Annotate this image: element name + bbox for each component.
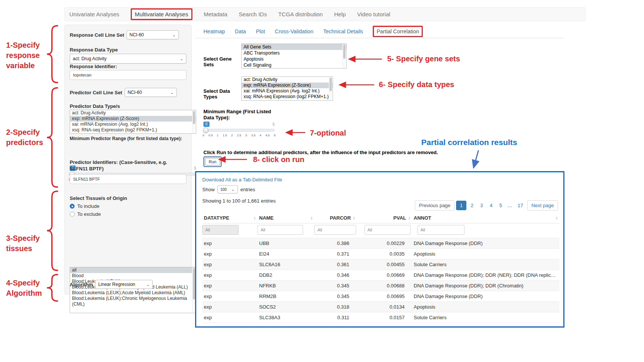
- run-button[interactable]: Run: [205, 158, 220, 165]
- response-identifier-label: Response Identifier:: [70, 64, 117, 69]
- predictor-cell-line-set-select[interactable]: NCI-60 ⌄: [125, 88, 177, 97]
- show-entries-row: Show 100 ⌄ entries: [202, 185, 557, 193]
- annotation-step5: 5- Specify gene sets: [387, 54, 460, 64]
- cell-pval: 0.00669: [357, 270, 412, 281]
- table-row[interactable]: exp NFRKB 0.345 0.00688 DNA Damage Respo…: [202, 281, 560, 291]
- scrollbar-thumb[interactable]: [330, 78, 332, 91]
- annotation-results-label: Partial correlation results: [421, 138, 517, 147]
- col-header-datatype[interactable]: DATATYPE▲▼: [202, 213, 258, 223]
- cell-pval: 0.0157: [357, 312, 412, 323]
- response-identifier-input[interactable]: [70, 70, 186, 80]
- cell-datatype: exp: [202, 281, 258, 291]
- sort-icon[interactable]: ▲▼: [353, 216, 355, 220]
- scrollbar[interactable]: [329, 77, 332, 100]
- response-data-type-select[interactable]: act: Drug Activity ⌄: [70, 54, 186, 64]
- table-row[interactable]: exp SLC6A16 0.361 0.00455 Solute Carrier…: [202, 259, 560, 270]
- show-entries-select[interactable]: 100 ⌄: [217, 185, 238, 193]
- list-option[interactable]: xai: mRNA Expression (Avg. log2 Int.): [70, 122, 196, 127]
- list-option-selected[interactable]: exp: mRNA Expression (Z-Score): [242, 83, 333, 88]
- cell-parcor: 0.386: [314, 238, 357, 249]
- list-option[interactable]: xai: mRNA Expression (Avg. log2 Int.): [242, 88, 333, 94]
- tissue-exclude-radio[interactable]: To exclude: [70, 211, 186, 217]
- col-header-name[interactable]: NAME▲▼: [258, 213, 314, 223]
- list-option-selected[interactable]: all: [70, 267, 196, 273]
- filter-parcor-input[interactable]: [314, 225, 356, 235]
- scrollbar-thumb[interactable]: [343, 45, 345, 59]
- page-button-3[interactable]: 3: [478, 201, 486, 210]
- radio-checked-icon[interactable]: [70, 204, 75, 209]
- sort-icon[interactable]: ▲▼: [555, 216, 558, 220]
- filter-name-input[interactable]: [258, 225, 303, 235]
- response-cell-line-set-value: NCI-60: [130, 32, 144, 37]
- list-option[interactable]: act: Drug Activity: [242, 77, 333, 83]
- pagination: Previous page 1 2 3 4 5 … 17 Next page: [415, 200, 558, 211]
- list-option[interactable]: Cell Signaling: [242, 62, 346, 68]
- list-option[interactable]: Apoptosis: [242, 56, 346, 62]
- filter-pval-input[interactable]: [364, 225, 411, 235]
- predictor-data-types-label: Predictor Data Type/s: [70, 103, 120, 109]
- list-option[interactable]: xsq: RNA-seq Expression (log2 FPKM+1.): [70, 127, 196, 133]
- page-button-4[interactable]: 4: [487, 201, 495, 210]
- top-nav: Univariate Analyses Multivariate Analyse…: [64, 7, 586, 21]
- list-option[interactable]: act: Drug Activity: [70, 110, 196, 116]
- col-header-pval[interactable]: PVAL▲▼: [357, 213, 412, 223]
- nav-search-ids[interactable]: Search IDs: [239, 11, 267, 17]
- nav-metadata[interactable]: Metadata: [204, 11, 228, 17]
- filter-annot-input[interactable]: [417, 225, 464, 235]
- table-row[interactable]: exp UBB 0.386 0.00229 DNA Damage Respons…: [202, 238, 560, 249]
- list-option[interactable]: Blood:Leukemia (LEUK):Chronic Myelogenou…: [70, 296, 196, 307]
- predictor-identifiers-input[interactable]: [70, 174, 186, 184]
- page-button-1[interactable]: 1: [456, 201, 466, 210]
- sort-icon[interactable]: ▲▼: [408, 216, 411, 220]
- table-row[interactable]: exp SOCS2 0.318 0.0134 Apoptosis: [202, 302, 560, 312]
- table-row[interactable]: exp RRM2B 0.345 0.00695 DNA Damage Respo…: [202, 291, 560, 302]
- tab-plot[interactable]: Plot: [256, 28, 265, 34]
- page-button-2[interactable]: 2: [468, 201, 476, 210]
- list-option-selected[interactable]: exp: mRNA Expression (Z-Score): [70, 116, 196, 122]
- cell-name: DDB2: [258, 270, 314, 281]
- cell-pval: 0.00455: [357, 259, 412, 270]
- scrollbar[interactable]: [342, 44, 346, 68]
- filter-datatype-input[interactable]: [202, 225, 239, 235]
- next-page-button[interactable]: Next page: [527, 200, 558, 211]
- tab-heatmap[interactable]: Heatmap: [203, 28, 225, 34]
- sort-icon[interactable]: ▲▼: [310, 216, 313, 220]
- annotation-step7: 7-optional: [310, 128, 346, 138]
- tab-technical-details[interactable]: Technical Details: [323, 28, 363, 34]
- slider-track[interactable]: [203, 129, 275, 132]
- list-option[interactable]: Blood: [70, 273, 196, 279]
- table-row[interactable]: exp SLC38A3 0.311 0.0157 Solute Carriers: [202, 312, 560, 323]
- response-cell-line-set-select[interactable]: NCI-60 ⌄: [127, 30, 179, 39]
- radio-unchecked-icon[interactable]: [70, 212, 75, 217]
- page-button-5[interactable]: 5: [497, 201, 505, 210]
- predictor-cell-line-set-label: Predictor Cell Line Set: [70, 90, 122, 95]
- run-highlight-box: Run: [203, 156, 222, 167]
- download-all-link[interactable]: Download All as a Tab-Delimited File: [202, 177, 282, 183]
- nav-video-tutorial[interactable]: Video tutorial: [357, 11, 390, 17]
- scrollbar-thumb[interactable]: [193, 111, 195, 124]
- list-option[interactable]: Blood:Leukemia (LEUK):Acute Myeloid Leuk…: [70, 290, 196, 296]
- nav-tcga-distribution[interactable]: TCGA distribution: [278, 11, 323, 17]
- cell-datatype: exp: [202, 302, 258, 312]
- table-row[interactable]: exp DDB2 0.346 0.00669 DNA Damage Respon…: [202, 270, 560, 281]
- previous-page-button[interactable]: Previous page: [415, 200, 455, 211]
- table-row[interactable]: exp EI24 0.371 0.0035 Apoptosis: [202, 249, 560, 259]
- scrollbar[interactable]: [192, 111, 195, 133]
- tab-data[interactable]: Data: [235, 28, 246, 34]
- col-header-annot[interactable]: ANNOT▲▼: [412, 213, 560, 223]
- nav-multivariate-analyses[interactable]: Multivariate Analyses: [131, 8, 192, 20]
- nav-help[interactable]: Help: [334, 11, 346, 17]
- col-header-parcor[interactable]: PARCOR▲▼: [314, 213, 357, 223]
- tab-cross-validation[interactable]: Cross-Validation: [275, 28, 314, 34]
- list-option-selected[interactable]: All Gene Sets: [242, 44, 346, 50]
- page-button-17[interactable]: 17: [515, 201, 525, 210]
- slider-handle[interactable]: [203, 128, 208, 133]
- algorithm-select[interactable]: Linear Regression ⌄: [95, 280, 153, 289]
- list-option[interactable]: xsq: RNA-seq Expression (log2 FPKM+1.): [242, 94, 333, 100]
- tab-partial-correlation[interactable]: Partial Correlation: [373, 26, 423, 37]
- slider-max-label: 5: [272, 122, 275, 126]
- list-option[interactable]: ABC Transporters: [242, 50, 346, 56]
- nav-univariate-analyses[interactable]: Univariate Analyses: [69, 11, 119, 17]
- sort-icon[interactable]: ▲▼: [253, 216, 256, 220]
- tissue-include-radio[interactable]: To include: [70, 203, 186, 209]
